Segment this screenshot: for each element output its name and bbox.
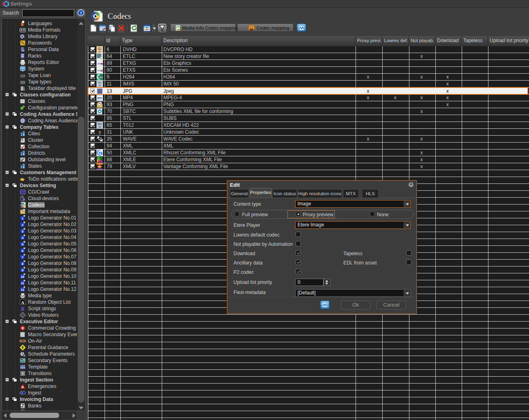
- svg-text:12: 12: [21, 288, 24, 292]
- svg-text:A: A: [21, 300, 24, 305]
- svg-text:50: 50: [99, 126, 101, 128]
- svg-text:ON AIR: ON AIR: [19, 340, 26, 342]
- svg-text:H264: H264: [99, 76, 103, 78]
- svg-text:?: ?: [80, 11, 82, 15]
- svg-text:4: 4: [21, 236, 24, 240]
- svg-text:8: 8: [21, 262, 24, 266]
- svg-text:9: 9: [21, 269, 24, 272]
- svg-text:HD: HD: [99, 51, 101, 53]
- svg-text:11: 11: [21, 281, 24, 285]
- svg-text:etx: etx: [97, 62, 101, 65]
- svg-text:10: 10: [21, 275, 24, 279]
- svg-text:etx: etx: [97, 69, 101, 72]
- svg-text:?: ?: [99, 130, 101, 136]
- svg-text:T: T: [21, 372, 24, 376]
- svg-text:3: 3: [21, 230, 24, 233]
- svg-text:IMX: IMX: [98, 81, 102, 84]
- svg-text:5: 5: [21, 243, 24, 246]
- svg-text:MTX: MTX: [250, 29, 254, 31]
- svg-text:Ш: Ш: [21, 306, 24, 312]
- svg-text:1: 1: [21, 217, 24, 220]
- svg-text:50: 50: [99, 84, 101, 87]
- svg-text:2: 2: [21, 223, 24, 227]
- svg-text:7: 7: [21, 256, 24, 259]
- svg-text:MP4: MP4: [97, 97, 103, 99]
- svg-text:A: A: [21, 385, 24, 389]
- svg-text:6: 6: [21, 249, 24, 253]
- svg-text:MP2: MP2: [98, 123, 102, 125]
